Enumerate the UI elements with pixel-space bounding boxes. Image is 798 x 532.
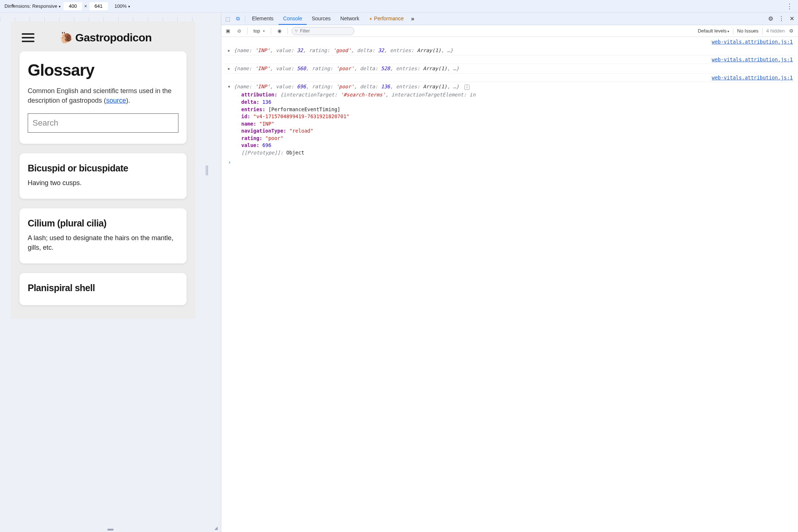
term-title: Bicuspid or bicuspidate [28, 163, 178, 174]
object-property: id: "v4-1715704899419-7631921820701" [224, 113, 795, 120]
hamburger-menu-icon[interactable] [22, 33, 34, 42]
expand-toggle-icon[interactable] [228, 84, 230, 90]
resize-handle-bottom[interactable]: ▬ [102, 525, 119, 532]
object-property: rating: "poor" [224, 135, 795, 142]
filter-icon: ⑂ [295, 28, 298, 34]
glossary-card: Glossary Common English and scientific t… [20, 51, 187, 144]
console-log-row[interactable]: {name: 'INP', value: 32, rating: 'good',… [224, 46, 795, 55]
dimension-x: × [83, 3, 88, 9]
height-input[interactable] [89, 2, 108, 10]
source-link[interactable]: web-vitals.attribution.js:1 [712, 57, 793, 62]
device-mode-icon[interactable]: ⧉ [233, 16, 243, 22]
tab-network[interactable]: Network [336, 13, 364, 25]
tab-console[interactable]: Console [279, 13, 306, 25]
term-title: Planispiral shell [28, 283, 178, 293]
width-input[interactable] [64, 2, 82, 10]
clear-console-icon[interactable]: ⊘ [235, 28, 243, 34]
device-toolbar: Dimensions: Responsive × 100% ⋮ [0, 0, 798, 13]
live-expression-icon[interactable]: ◉ [275, 28, 284, 34]
console-toolbar: ▣ ⊘ top ◉ ⑂ Default levels No Issues 4 h… [221, 25, 798, 37]
resize-handle-right[interactable]: ║ [204, 163, 210, 177]
object-property: name: "INP" [224, 120, 795, 128]
resize-handle-corner[interactable]: ◢ [214, 525, 221, 532]
devtools-tabs: ⬚ ⧉ Elements Console Sources Network Per… [221, 13, 798, 25]
devtools-panel: ⬚ ⧉ Elements Console Sources Network Per… [221, 13, 798, 532]
console-log-row[interactable]: {name: 'INP', value: 560, rating: 'poor'… [224, 64, 795, 74]
snail-icon: 🐌 [59, 31, 73, 44]
sidebar-toggle-icon[interactable]: ▣ [224, 28, 232, 34]
source-link[interactable]: web-vitals.attribution.js:1 [712, 39, 793, 45]
term-card: Planispiral shell [20, 273, 187, 305]
log-levels-dropdown[interactable]: Default levels [698, 28, 730, 34]
zoom-dropdown[interactable]: 100% [113, 3, 132, 9]
object-property[interactable]: attribution: {interactionTarget: '#searc… [224, 91, 795, 99]
object-property: navigationType: "reload" [224, 127, 795, 135]
object-property: value: 696 [224, 142, 795, 149]
console-settings-gear-icon[interactable]: ⚙ [787, 28, 796, 34]
close-devtools-icon[interactable]: ✕ [787, 15, 797, 22]
tabs-overflow-icon[interactable] [409, 16, 417, 22]
site-brand: 🐌 Gastropodicon [59, 31, 151, 44]
filter-input[interactable] [300, 28, 351, 34]
device-toolbar-menu-icon[interactable]: ⋮ [784, 2, 795, 10]
tab-elements[interactable]: Elements [248, 13, 278, 25]
device-viewport: 🐌 Gastropodicon Glossary Common English … [11, 21, 195, 319]
term-definition: Having two cusps. [28, 178, 178, 188]
search-input[interactable] [28, 113, 178, 133]
term-card: Cilium (plural cilia) A lash; used to de… [20, 208, 187, 263]
glossary-description: Common English and scientific terms used… [28, 86, 178, 105]
object-property[interactable]: entries: [PerformanceEventTiming] [224, 106, 795, 113]
issues-button[interactable]: No Issues [737, 28, 758, 34]
ruler [0, 13, 221, 21]
console-prompt[interactable]: › [224, 156, 795, 166]
info-badge-icon[interactable]: i [464, 85, 470, 90]
term-definition: A lash; used to designate the hairs on t… [28, 233, 178, 252]
devtools-menu-icon[interactable]: ⋮ [776, 15, 787, 22]
source-link[interactable]: web-vitals.attribution.js:1 [712, 75, 793, 81]
tab-performance[interactable]: Performance [364, 13, 408, 25]
term-card: Bicuspid or bicuspidate Having two cusps… [20, 153, 187, 199]
glossary-title: Glossary [28, 61, 178, 79]
settings-gear-icon[interactable]: ⚙ [766, 15, 775, 22]
tab-sources[interactable]: Sources [307, 13, 335, 25]
brand-text: Gastropodicon [75, 31, 152, 44]
term-title: Cilium (plural cilia) [28, 218, 178, 229]
expand-toggle-icon[interactable] [228, 66, 230, 72]
hidden-count[interactable]: 4 hidden [766, 28, 785, 34]
object-property[interactable]: [[Prototype]]: Object [224, 149, 795, 157]
rendered-page-pane: 🐌 Gastropodicon Glossary Common English … [0, 13, 221, 532]
source-link[interactable]: source [106, 97, 126, 104]
expand-toggle-icon[interactable] [228, 48, 230, 54]
inspect-icon[interactable]: ⬚ [223, 16, 232, 22]
console-filter[interactable]: ⑂ [291, 27, 354, 35]
context-selector[interactable]: top [251, 28, 267, 34]
console-log-row[interactable]: {name: 'INP', value: 696, rating: 'poor'… [224, 82, 795, 92]
object-property: delta: 136 [224, 99, 795, 106]
console-output: web-vitals.attribution.js:1 {name: 'INP'… [221, 37, 798, 532]
